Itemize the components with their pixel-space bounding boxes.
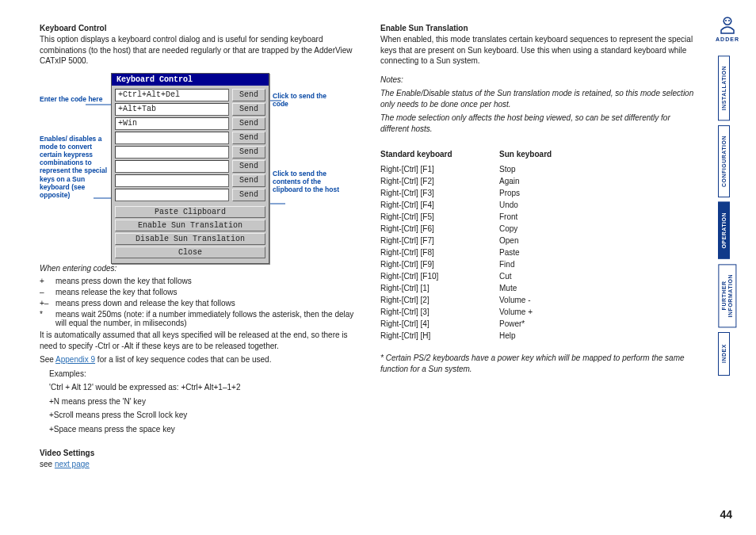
annotation-enter-code: Enter the code here bbox=[40, 95, 108, 103]
code-field-0[interactable]: +Ctrl+Alt+Del bbox=[115, 89, 229, 101]
right-column: Enable Sun Translation When enabled, thi… bbox=[380, 24, 697, 473]
nav-tab-index[interactable]: INDEX bbox=[718, 332, 730, 376]
left-column: Keyboard Control This option displays a … bbox=[40, 24, 357, 473]
table-cell-standard: Right-[Ctrl] [F2] bbox=[380, 175, 499, 187]
table-header-standard: Standard keyboard bbox=[380, 148, 499, 160]
adder-snake-icon bbox=[716, 16, 739, 35]
note-1: The Enable/Disable status of the Sun tra… bbox=[380, 88, 697, 109]
nav-tab-configuration[interactable]: CONFIGURATION bbox=[718, 125, 730, 197]
disable-sun-button[interactable]: Disable Sun Translation bbox=[115, 233, 265, 245]
nav-tab-further[interactable]: FURTHERINFORMATION bbox=[718, 264, 736, 327]
table-cell-sun: Mute bbox=[499, 282, 618, 294]
table-cell-standard: Right-[Ctrl] [F7] bbox=[380, 235, 499, 246]
table-cell-standard: Right-[Ctrl] [F6] bbox=[380, 223, 499, 235]
code-txt-2: means press down and release the key tha… bbox=[55, 299, 357, 308]
table-header-sun: Sun keyboard bbox=[499, 148, 618, 160]
enable-sun-heading: Enable Sun Translation bbox=[380, 24, 697, 32]
code-field-5[interactable] bbox=[115, 160, 229, 173]
code-field-6[interactable] bbox=[115, 174, 229, 187]
example-4: +Space means press the space key bbox=[40, 424, 357, 435]
table-cell-sun: Volume + bbox=[499, 306, 618, 318]
table-cell-standard: Right-[Ctrl] [F4] bbox=[380, 199, 499, 211]
send-button-0[interactable]: Send bbox=[232, 89, 265, 101]
examples-label: Examples: bbox=[40, 369, 357, 380]
dialog-titlebar: Keyboard Control bbox=[112, 74, 269, 86]
table-cell-sun: Help bbox=[499, 330, 618, 342]
code-field-4[interactable] bbox=[115, 146, 229, 159]
nav-tab-operation[interactable]: OPERATION bbox=[718, 202, 730, 259]
table-cell-standard: Right-[Ctrl] [H] bbox=[380, 330, 499, 342]
close-button[interactable]: Close bbox=[115, 246, 265, 258]
table-cell-sun: Paste bbox=[499, 246, 618, 258]
enable-sun-button[interactable]: Enable Sun Translation bbox=[115, 220, 265, 231]
table-cell-standard: Right-[Ctrl] [F5] bbox=[380, 211, 499, 223]
paste-clipboard-button[interactable]: Paste Clipboard bbox=[115, 206, 265, 218]
power-footnote: * Certain PS/2 keyboards have a power ke… bbox=[380, 353, 697, 374]
video-settings-heading: Video Settings bbox=[40, 449, 357, 457]
code-sym-1: – bbox=[40, 288, 55, 296]
annotation-left-group: Enter the code here Enables/ disables a … bbox=[40, 73, 111, 231]
svg-point-5 bbox=[728, 20, 730, 21]
table-cell-sun: Open bbox=[499, 235, 618, 246]
appendix-link[interactable]: Appendix 9 bbox=[55, 355, 95, 364]
note-2: The mode selection only affects the host… bbox=[380, 113, 697, 134]
table-cell-standard: Right-[Ctrl] [4] bbox=[380, 318, 499, 330]
code-sym-0: + bbox=[40, 277, 55, 285]
see-appendix-line: See Appendix 9 for a list of key sequenc… bbox=[40, 354, 357, 365]
code-txt-1: means release the key that follows bbox=[55, 288, 357, 296]
example-2: +N means press the 'N' key bbox=[40, 396, 357, 407]
table-cell-standard: Right-[Ctrl] [F1] bbox=[380, 163, 499, 175]
table-cell-standard: Right-[Ctrl] [2] bbox=[380, 294, 499, 306]
auto-release-note: It is automatically assumed that all key… bbox=[40, 330, 357, 351]
send-button-3[interactable]: Send bbox=[232, 132, 265, 144]
code-field-7[interactable] bbox=[115, 189, 229, 201]
brand-text: ADDER bbox=[713, 36, 742, 42]
annotation-click-paste: Click to send the contents of the clipbo… bbox=[273, 170, 341, 194]
send-button-7[interactable]: Send bbox=[232, 189, 265, 201]
table-cell-sun: Volume - bbox=[499, 294, 618, 306]
table-cell-sun: Copy bbox=[499, 223, 618, 235]
table-cell-sun: Again bbox=[499, 175, 618, 187]
notes-label: Notes: bbox=[380, 75, 697, 86]
example-3: +Scroll means press the Scroll lock key bbox=[40, 410, 357, 421]
table-cell-standard: Right-[Ctrl] [3] bbox=[380, 306, 499, 318]
code-field-3[interactable] bbox=[115, 132, 229, 144]
send-button-5[interactable]: Send bbox=[232, 160, 265, 173]
table-cell-standard: Right-[Ctrl] [F3] bbox=[380, 187, 499, 199]
annotation-sun-mode: Enables/ disables a mode to convert cert… bbox=[40, 135, 108, 200]
table-cell-sun: Find bbox=[499, 258, 618, 270]
example-1: 'Ctrl + Alt 12' would be expressed as: +… bbox=[40, 382, 357, 393]
table-cell-standard: Right-[Ctrl] [F10] bbox=[380, 270, 499, 282]
when-entering-heading: When entering codes: bbox=[40, 263, 357, 274]
brand-logo: ADDER bbox=[713, 16, 742, 44]
enable-sun-desc: When enabled, this mode translates certa… bbox=[380, 34, 697, 67]
keyboard-control-heading: Keyboard Control bbox=[40, 24, 357, 32]
sidebar-nav: ADDER INSTALLATIONCONFIGURATIONOPERATION… bbox=[713, 16, 742, 380]
keyboard-control-desc: This option displays a keyboard control … bbox=[40, 34, 357, 67]
table-cell-sun: Undo bbox=[499, 199, 618, 211]
annotation-right-group: Click to send the code Click to send the… bbox=[269, 73, 341, 226]
video-see-line: see next page bbox=[40, 459, 357, 470]
code-field-2[interactable]: +Win bbox=[115, 117, 229, 130]
code-field-1[interactable]: +Alt+Tab bbox=[115, 103, 229, 116]
page-number: 44 bbox=[720, 508, 732, 521]
send-button-2[interactable]: Send bbox=[232, 117, 265, 130]
code-sym-3: * bbox=[40, 310, 55, 327]
code-txt-0: means press down the key that follows bbox=[55, 277, 357, 285]
next-page-link[interactable]: next page bbox=[55, 460, 90, 468]
table-cell-standard: Right-[Ctrl] [F8] bbox=[380, 246, 499, 258]
table-cell-sun: Front bbox=[499, 211, 618, 223]
svg-point-4 bbox=[725, 20, 727, 21]
keyboard-mapping-table: Standard keyboard Right-[Ctrl] [F1]Right… bbox=[380, 148, 697, 342]
send-button-6[interactable]: Send bbox=[232, 174, 265, 187]
table-cell-sun: Cut bbox=[499, 270, 618, 282]
nav-tab-installation[interactable]: INSTALLATION bbox=[718, 55, 730, 120]
annotation-click-send: Click to send the code bbox=[273, 92, 341, 108]
table-cell-sun: Stop bbox=[499, 163, 618, 175]
code-txt-3: means wait 250ms (note: if a number imme… bbox=[55, 310, 357, 327]
table-cell-standard: Right-[Ctrl] [F9] bbox=[380, 258, 499, 270]
send-button-1[interactable]: Send bbox=[232, 103, 265, 116]
code-sym-2: +– bbox=[40, 299, 55, 308]
keyboard-control-figure: Enter the code here Enables/ disables a … bbox=[40, 73, 357, 255]
send-button-4[interactable]: Send bbox=[232, 146, 265, 159]
